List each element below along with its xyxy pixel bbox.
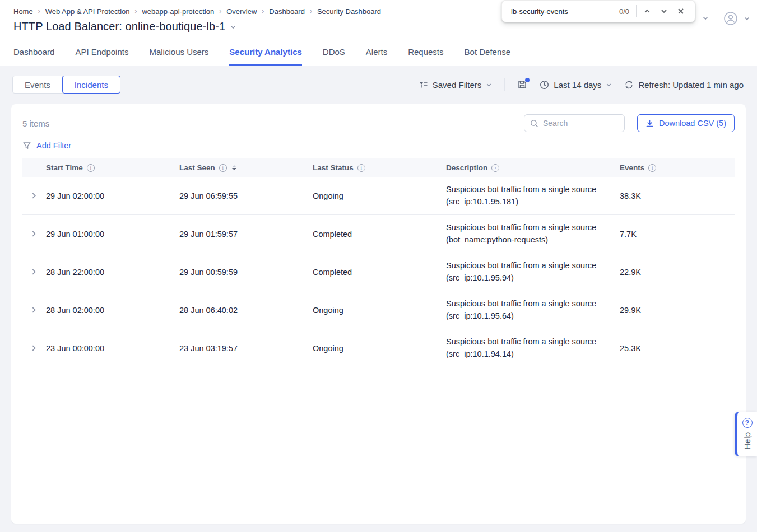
col-description: Description [446, 162, 487, 174]
tab-ddos[interactable]: DDoS [323, 39, 345, 66]
app-page: Home › Web App & API Protection › webapp… [0, 0, 757, 532]
find-query-input[interactable]: lb-security-events [511, 7, 619, 16]
tab-api-endpoints[interactable]: API Endpoints [75, 39, 128, 66]
cell-last-status: Completed [313, 268, 446, 277]
time-range-dropdown[interactable]: Last 14 days [540, 80, 612, 90]
incidents-toggle-button[interactable]: Incidents [62, 76, 120, 94]
user-icon[interactable] [723, 11, 738, 26]
clock-icon [540, 80, 549, 90]
cell-description: Suspicious bot traffic from a single sou… [446, 222, 620, 245]
col-events: Events [620, 164, 644, 172]
cell-start-time: 23 Jun 00:00:00 [46, 344, 179, 353]
tab-dashboard[interactable]: Dashboard [13, 39, 54, 66]
cell-description: Suspicious bot traffic from a single sou… [446, 298, 620, 321]
breadcrumb-overview[interactable]: Overview [226, 7, 257, 16]
table-row[interactable]: 28 Jun 02:00:00 28 Jun 06:40:02 Ongoing … [22, 291, 735, 329]
saved-filters-dropdown[interactable]: Saved Filters [419, 80, 493, 90]
table-header-row: Start Time i Last Seen i Last Status i D… [22, 158, 735, 177]
info-icon[interactable]: i [648, 164, 656, 172]
events-incidents-toggle: Events Incidents [12, 76, 120, 94]
refresh-icon [624, 80, 634, 90]
col-start-time: Start Time [46, 164, 83, 172]
download-csv-button[interactable]: Download CSV (5) [637, 114, 735, 132]
chevron-down-icon [606, 82, 612, 88]
tab-malicious-users[interactable]: Malicious Users [149, 39, 208, 66]
cell-start-time: 29 Jun 01:00:00 [46, 230, 179, 239]
cell-last-status: Ongoing [313, 306, 446, 315]
info-icon[interactable]: i [87, 164, 95, 172]
tab-bar: Dashboard API Endpoints Malicious Users … [0, 39, 757, 66]
chevron-right-icon: › [310, 7, 312, 15]
download-icon [645, 119, 654, 128]
filter-list-icon [419, 80, 428, 89]
events-toggle-button[interactable]: Events [12, 76, 63, 94]
chevron-down-icon[interactable] [230, 24, 236, 30]
info-icon[interactable]: i [491, 164, 499, 172]
cell-start-time: 28 Jun 02:00:00 [46, 306, 179, 315]
expand-row-icon[interactable] [30, 306, 38, 314]
find-previous-button[interactable] [639, 3, 656, 20]
refresh-button[interactable]: Refresh: Updated 1 min ago [624, 80, 744, 90]
save-filter-button[interactable] [517, 80, 527, 90]
cell-events: 25.3K [620, 344, 735, 353]
close-icon[interactable] [672, 3, 689, 20]
expand-row-icon[interactable] [30, 268, 38, 276]
table-row[interactable]: 28 Jun 22:00:00 29 Jun 00:59:59 Complete… [22, 253, 735, 291]
cell-start-time: 28 Jun 22:00:00 [46, 268, 179, 277]
divider [504, 78, 505, 91]
breadcrumb-security-dashboard[interactable]: Security Dashboard [317, 7, 381, 16]
expand-row-icon[interactable] [30, 344, 38, 352]
sort-icon[interactable] [232, 165, 236, 170]
cell-start-time: 29 Jun 02:00:00 [46, 192, 179, 200]
cell-last-seen: 23 Jun 03:19:57 [179, 344, 313, 353]
find-match-counter: 0/0 [619, 7, 629, 16]
cell-events: 7.7K [620, 230, 735, 239]
tab-security-analytics[interactable]: Security Analytics [229, 39, 302, 66]
chevron-down-icon[interactable] [702, 15, 709, 21]
add-filter-label: Add Filter [36, 141, 71, 150]
chevron-right-icon: › [38, 7, 40, 15]
download-csv-label: Download CSV (5) [659, 119, 726, 128]
table-row[interactable]: 23 Jun 00:00:00 23 Jun 03:19:57 Ongoing … [22, 329, 735, 367]
breadcrumb-dashboard[interactable]: Dashboard [269, 7, 305, 16]
breadcrumb-namespace[interactable]: webapp-api-protection [142, 7, 214, 16]
cell-last-status: Completed [313, 230, 446, 239]
cell-description: Suspicious bot traffic from a single sou… [446, 336, 620, 360]
divider [636, 5, 637, 17]
cell-last-status: Ongoing [313, 344, 446, 353]
saved-filters-label: Saved Filters [433, 80, 482, 90]
page-title: HTTP Load Balancer: online-boutique-lb-1 [13, 20, 225, 33]
cell-last-seen: 29 Jun 06:59:55 [179, 192, 313, 200]
info-icon[interactable]: i [357, 164, 365, 172]
find-next-button[interactable] [656, 3, 672, 20]
tab-requests[interactable]: Requests [408, 39, 443, 66]
cell-description: Suspicious bot traffic from a single sou… [446, 260, 620, 283]
table-row[interactable]: 29 Jun 01:00:00 29 Jun 01:59:57 Complete… [22, 215, 735, 253]
cell-events: 29.9K [620, 306, 735, 315]
col-last-seen: Last Seen [179, 164, 215, 172]
info-icon[interactable]: i [219, 164, 227, 172]
breadcrumb-waap[interactable]: Web App & API Protection [45, 7, 130, 16]
tab-bot-defense[interactable]: Bot Defense [465, 39, 511, 66]
chevron-down-icon[interactable] [744, 15, 750, 22]
cell-events: 38.3K [620, 192, 735, 200]
cell-last-status: Ongoing [313, 192, 446, 200]
chevron-right-icon: › [219, 7, 221, 15]
expand-row-icon[interactable] [30, 192, 38, 199]
tab-alerts[interactable]: Alerts [366, 39, 387, 66]
cell-last-seen: 29 Jun 01:59:57 [179, 230, 313, 239]
chevron-down-icon [486, 82, 492, 88]
incidents-table: Start Time i Last Seen i Last Status i D… [22, 158, 735, 367]
find-in-page-bar: lb-security-events 0/0 [501, 0, 695, 22]
add-filter-button[interactable]: Add Filter [22, 141, 71, 150]
breadcrumb-home[interactable]: Home [13, 7, 33, 16]
search-input[interactable] [543, 119, 619, 128]
account-menu[interactable] [723, 11, 750, 26]
chevron-right-icon: › [262, 7, 264, 15]
chevron-right-icon: › [134, 7, 137, 15]
col-last-status: Last Status [313, 164, 354, 172]
search-icon [530, 119, 538, 128]
help-tab[interactable]: ? Help [735, 412, 757, 456]
table-row[interactable]: 29 Jun 02:00:00 29 Jun 06:59:55 Ongoing … [22, 177, 735, 215]
expand-row-icon[interactable] [30, 230, 38, 237]
